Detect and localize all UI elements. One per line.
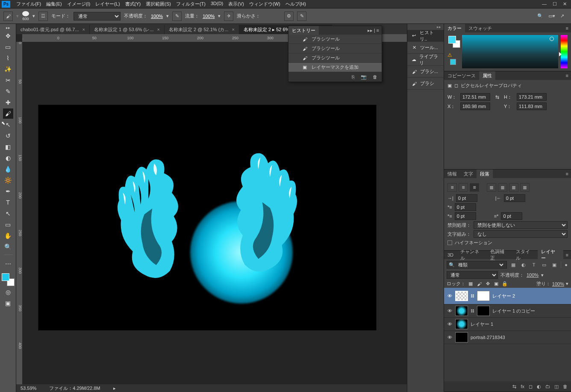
airbrush-icon[interactable]: ✈ [224, 12, 233, 21]
gamut-warning-icon[interactable]: ⚠ [447, 52, 452, 58]
filter-shape-icon[interactable]: ▭ [540, 261, 548, 268]
status-dropdown-icon[interactable]: ▸ [113, 386, 116, 391]
justify-last-center-button[interactable]: ≣ [498, 183, 507, 192]
lock-transparency-icon[interactable]: ▦ [467, 281, 474, 287]
panel-menu-icon[interactable]: ≡ [563, 72, 571, 79]
kinsoku-select[interactable]: 禁則を使用しない [474, 221, 568, 229]
tab-3d[interactable]: 3D [444, 251, 457, 259]
filter-adjust-icon[interactable]: ◐ [520, 261, 527, 268]
link-wh-icon[interactable]: ⇆ [493, 94, 501, 100]
justify-all-button[interactable]: ≣ [520, 183, 530, 192]
tab-swatches[interactable]: スウォッチ [465, 24, 495, 33]
canvas-viewport[interactable] [22, 42, 407, 384]
space-after-input[interactable] [501, 212, 522, 220]
canvas[interactable] [38, 105, 376, 330]
zoom-tool[interactable]: 🔍 [3, 242, 13, 252]
filter-toggle[interactable]: ● [561, 261, 568, 268]
x-input[interactable] [460, 102, 490, 110]
width-input[interactable] [460, 93, 490, 101]
layer-item[interactable]: 👁⛓レイヤー 1 のコピー [444, 304, 571, 318]
new-doc-from-state-icon[interactable]: ⎘ [352, 74, 355, 79]
menu-item[interactable]: 選択範囲(S) [143, 0, 174, 8]
search-icon[interactable]: 🔍 [537, 13, 543, 19]
tab-character[interactable]: 文字 [460, 170, 477, 178]
layer-opacity-value[interactable]: 100% [527, 272, 539, 278]
link-layers-icon[interactable]: ⇆ [512, 384, 516, 389]
history-item[interactable]: 🖌ブラシツール [288, 35, 382, 44]
new-layer-icon[interactable]: ◫ [554, 384, 559, 389]
layer-item[interactable]: 👁portrait-2718343 [444, 331, 571, 344]
align-right-button[interactable]: ≡ [470, 183, 479, 192]
foreground-color[interactable] [2, 273, 9, 281]
fill-value[interactable]: 100% [552, 281, 564, 287]
maximize-icon[interactable]: ☐ [553, 1, 557, 7]
new-group-icon[interactable]: 🗀 [545, 384, 550, 389]
visibility-icon[interactable]: 👁 [447, 335, 453, 340]
share-icon[interactable]: ↗ [560, 13, 564, 19]
history-item[interactable]: 🖌ブラシツール [288, 44, 382, 53]
color-fg-bg[interactable]: ⚠ [447, 35, 459, 68]
tab-properties[interactable]: 属性 [479, 71, 495, 80]
menu-item[interactable]: ファイル(F) [14, 0, 44, 8]
dropdown-icon[interactable]: ▾ [566, 281, 568, 287]
lasso-tool[interactable]: ⌇ [3, 53, 13, 63]
delete-layer-icon[interactable]: 🗑 [563, 384, 568, 389]
filter-type-icon[interactable]: T [530, 261, 538, 268]
screenmode-tool[interactable]: ▣ [3, 298, 13, 308]
opacity-value[interactable]: 100% [151, 14, 163, 19]
color-swatches[interactable] [2, 273, 15, 286]
filter-pixel-icon[interactable]: ▦ [509, 261, 517, 268]
tab-color[interactable]: カラー [444, 24, 465, 33]
layer-item[interactable]: 👁⛓レイヤー 2 [444, 288, 571, 304]
lock-image-icon[interactable]: 🖌 [476, 281, 483, 287]
menu-item[interactable]: ウィンドウ(W) [247, 0, 283, 8]
tab-info[interactable]: 情報 [444, 170, 460, 178]
color-field[interactable] [462, 35, 558, 68]
menu-item[interactable]: 表示(V) [226, 0, 247, 8]
flow-dropdown-icon[interactable]: ▾ [218, 13, 221, 19]
align-center-button[interactable]: ≡ [459, 183, 468, 192]
blend-mode-select[interactable]: 通常 [74, 12, 121, 20]
workspace-icon[interactable]: ▭▾ [548, 13, 555, 19]
eyedropper-tool[interactable]: ✎ [3, 86, 13, 97]
height-input[interactable] [517, 93, 547, 101]
panel-menu-icon[interactable]: ≡ [563, 251, 571, 259]
layer-item[interactable]: 👁レイヤー 1 [444, 318, 571, 331]
menu-item[interactable]: ヘルプ(H) [283, 0, 309, 8]
history-panel[interactable]: ヒストリー ▸▸ | ≡ 🖌ブラシツール🖌ブラシツール🖌ブラシツール▣レイヤーマ… [288, 26, 382, 82]
align-left-button[interactable]: ≡ [447, 183, 457, 192]
hue-slider[interactable] [561, 35, 568, 68]
visibility-icon[interactable]: 👁 [447, 322, 453, 327]
layer-filter-kind[interactable]: 🔍種類 [447, 261, 507, 269]
smoothing-gear-icon[interactable]: ⚙ [284, 12, 294, 21]
dock-button[interactable]: ↩ヒストリ.. [407, 30, 444, 42]
panel-menu-icon[interactable]: ≡ [563, 24, 571, 32]
panel-collapse-icon[interactable]: ▸▸ | ≡ [365, 26, 382, 35]
stamp-tool[interactable]: ↖⬉ [3, 120, 13, 130]
edit-toolbar[interactable]: ⋯ [3, 259, 13, 269]
minimize-icon[interactable]: — [542, 1, 547, 7]
visibility-icon[interactable]: 👁 [447, 308, 453, 313]
document-tab[interactable]: chabo01-復元.psd @ 66.7...× [16, 25, 90, 34]
layer-fx-icon[interactable]: fx [521, 384, 524, 389]
shape-tool[interactable]: ▭ [3, 219, 13, 230]
tab-close-icon[interactable]: × [232, 27, 234, 32]
tab-history[interactable]: ヒストリー [288, 26, 319, 35]
filter-smart-icon[interactable]: ▣ [550, 261, 558, 268]
toolbox-collapse-icon[interactable]: ▸▸ [6, 26, 10, 30]
menu-item[interactable]: 3D(D) [208, 0, 226, 8]
path-select-tool[interactable]: ↖ [3, 208, 13, 219]
marquee-tool[interactable]: ▭ [3, 42, 13, 52]
dock-button[interactable]: 🖌ブラシ [407, 78, 444, 90]
lock-all-icon[interactable]: 🔒 [501, 281, 508, 287]
mojikumi-select[interactable]: なし [474, 230, 568, 238]
pressure-opacity-icon[interactable]: ✎ [172, 12, 182, 21]
healing-tool[interactable]: ✚ [3, 97, 13, 108]
hand-tool[interactable]: ✋ [3, 231, 13, 241]
magic-wand-tool[interactable]: ✨ [3, 64, 13, 74]
flow-value[interactable]: 100% [203, 14, 215, 19]
history-item[interactable]: ▣レイヤーマスクを追加 [288, 63, 382, 72]
pen-tool[interactable]: ✒ [3, 186, 13, 196]
brush-panel-toggle-icon[interactable]: ☲ [38, 12, 48, 21]
brush-preset-toggle[interactable]: ▾ [32, 13, 35, 19]
